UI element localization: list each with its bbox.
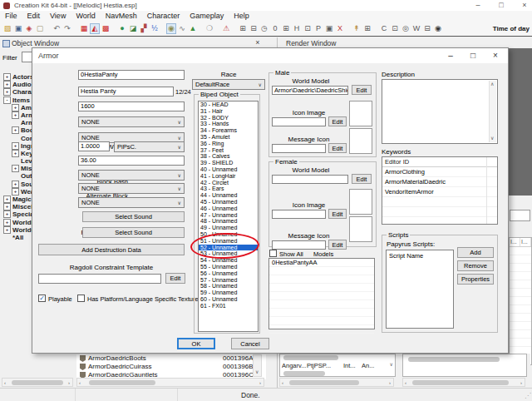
zero-tool-icon[interactable]: 0 <box>270 23 280 34</box>
value-field[interactable]: 1600 <box>78 101 185 111</box>
male-message-edit-button[interactable]: Edit <box>328 143 347 153</box>
enchanting-combo[interactable]: NONE∨ <box>78 116 185 127</box>
app-minimize-button[interactable]: – <box>470 0 485 10</box>
female-message-edit-button[interactable]: Edit <box>328 240 347 250</box>
app-maximize-button[interactable]: □ <box>494 0 509 10</box>
script-properties-button[interactable]: Properties <box>457 274 494 285</box>
male-world-model-field[interactable]: Armor\Daedric\DaedricShield.nif <box>272 86 348 95</box>
object-row-armordaedricboots[interactable]: ArmorDaedricBoots0001396A <box>76 354 266 363</box>
biped-item-58-unnamed[interactable]: 58 - Unnamed <box>199 283 258 290</box>
open-file-icon[interactable]: ▨ <box>2 23 12 34</box>
biped-item-41-longhair[interactable]: 41 - LongHair <box>199 173 258 180</box>
ok-button[interactable]: OK <box>177 338 215 349</box>
window-tool-4-icon[interactable]: ⊡ <box>303 23 313 34</box>
undo-icon[interactable]: ↶ <box>52 23 62 34</box>
p-tool-icon[interactable]: P <box>313 23 323 34</box>
bottom-panel-right-hscrollbar[interactable]: ‹ › <box>402 378 525 387</box>
menu-character[interactable]: Character <box>142 11 185 22</box>
version-control-icon[interactable]: ◈ <box>24 23 34 34</box>
object-window-close-icon[interactable]: × <box>252 38 264 47</box>
pickup-sound-button[interactable]: Select Sound <box>82 211 185 222</box>
object-row-armordaedriccuirass[interactable]: ArmorDaedricCuirass0001396B <box>76 363 266 371</box>
id-field[interactable]: 0HestiaPanty <box>78 70 185 80</box>
window-tool-2-icon[interactable]: ⊟ <box>249 23 259 34</box>
show-all-checkbox[interactable] <box>269 250 277 257</box>
h-tool-icon[interactable]: H <box>292 23 302 34</box>
sound-marker-icon[interactable]: ∿ <box>177 23 187 34</box>
biped-item-43-ears[interactable]: 43 - Ears <box>199 186 258 192</box>
keywords-list[interactable]: Editor ID ArmorClothingArmorMaterialDaed… <box>382 156 498 225</box>
dark-clock-icon[interactable]: ◉ <box>433 23 443 34</box>
dialog-close-button[interactable]: × <box>488 50 503 62</box>
biped-item-34-forearms[interactable]: 34 - Forearms <box>199 127 258 134</box>
biped-item-40-unnamed[interactable]: 40 - Unnamed <box>199 166 258 173</box>
ragdoll-edit-button[interactable]: Edit <box>165 273 185 284</box>
keyword-armorclothing[interactable]: ArmorClothing <box>382 167 497 177</box>
biped-item-47-unnamed[interactable]: 47 - Unnamed <box>199 212 258 219</box>
snap-to-reference-icon[interactable]: ▩ <box>101 23 111 34</box>
biped-item-30-head[interactable]: 30 - HEAD <box>199 101 258 108</box>
object-list-vscrollbar[interactable]: ∨ <box>253 354 262 377</box>
biped-item-57-unnamed[interactable]: 57 - Unnamed <box>199 277 258 284</box>
world-sphere-icon[interactable]: ● <box>117 23 127 34</box>
window-tool-8-icon[interactable]: ⊟ <box>422 23 432 34</box>
biped-item-56-unnamed[interactable]: 56 - Unnamed <box>199 270 258 277</box>
biped-item-61-fx01[interactable]: 61 - FX01 <box>199 303 258 309</box>
redo-icon[interactable]: ↷ <box>62 23 72 34</box>
cancel-button[interactable]: Cancel <box>231 338 269 349</box>
male-world-model-edit-button[interactable]: Edit <box>352 85 372 95</box>
tree-hscrollbar[interactable]: ‹ › <box>2 378 73 387</box>
menu-view[interactable]: View <box>45 11 71 22</box>
biped-item-38-calves[interactable]: 38 - Calves <box>199 153 258 160</box>
menu-file[interactable]: File <box>0 11 22 22</box>
bottom-panel-left-hscrollbar[interactable]: ‹ › <box>279 378 394 387</box>
keyword-vendoritemarmor[interactable]: VendorItemArmor <box>382 187 497 197</box>
biped-item-48-unnamed[interactable]: 48 - Unnamed <box>199 218 258 225</box>
equip-type-combo[interactable]: NONE∨ <box>78 170 185 181</box>
block-bash-combo[interactable]: NONE∨ <box>78 183 185 194</box>
render-viewport[interactable] <box>507 48 532 196</box>
dialog-minimize-button[interactable]: – <box>443 50 458 62</box>
weight-field[interactable]: 1.0000 <box>78 141 110 151</box>
description-scrollbar[interactable]: ∧ ∨ <box>489 81 496 142</box>
heightmap-icon[interactable]: ▞ <box>139 23 149 34</box>
landscape-icon[interactable]: ◪ <box>128 23 138 34</box>
biped-item-46-unnamed[interactable]: 46 - Unnamed <box>199 205 258 212</box>
side-panel-field[interactable] <box>510 210 530 221</box>
scale-half-icon[interactable]: ½ <box>150 23 160 34</box>
male-icon-edit-button[interactable]: Edit <box>328 116 347 126</box>
resize-grip[interactable]: ⋰ <box>525 392 531 399</box>
female-message-icon-field[interactable] <box>272 240 326 250</box>
male-message-icon-field[interactable] <box>272 144 326 153</box>
biped-object-list[interactable]: 30 - HEAD31 - Hair32 - BODY33 - Hands34 … <box>198 101 259 332</box>
save-icon[interactable]: ▣ <box>13 23 23 34</box>
x-tool-icon[interactable]: X <box>335 23 345 34</box>
window-tool-7-icon[interactable]: ⊡ <box>390 23 400 34</box>
light-marker-icon[interactable]: ◉ <box>166 23 176 34</box>
dialogue-bubble-icon[interactable]: ❍ <box>204 23 214 34</box>
dialog-maximize-button[interactable]: □ <box>466 50 480 62</box>
script-add-button[interactable]: Add <box>457 247 494 258</box>
axe-icon[interactable]: ↟ <box>352 23 362 34</box>
platform-textures-checkbox[interactable] <box>77 295 85 302</box>
race-combo[interactable]: DefaultRace∨ <box>192 79 265 90</box>
clock-icon[interactable]: ◷ <box>259 23 269 34</box>
biped-item-55-unnamed[interactable]: 55 - Unnamed <box>199 264 258 270</box>
menu-gameplay[interactable]: Gameplay <box>185 11 229 22</box>
biped-item-35-amulet[interactable]: 35 - Amulet <box>199 134 258 141</box>
snap-to-angle-icon[interactable]: ◭ <box>90 23 100 34</box>
biped-item-37-feet[interactable]: 37 - Feet <box>199 147 258 154</box>
biped-item-59-unnamed[interactable]: 59 - Unnamed <box>199 290 258 296</box>
window-tool-6-icon[interactable]: ⊞ <box>362 23 372 34</box>
female-icon-image-field[interactable] <box>272 210 326 219</box>
keyword-armormaterialdaedric[interactable]: ArmorMaterialDaedric <box>382 177 497 187</box>
window-tool-3-icon[interactable]: ⊞ <box>281 23 291 34</box>
window-tool-1-icon[interactable]: ⊞ <box>238 23 248 34</box>
female-icon-edit-button[interactable]: Edit <box>328 209 347 219</box>
weight-class-combo[interactable]: PiPsC.∨ <box>114 141 185 152</box>
app-close-button[interactable]: × <box>517 0 532 10</box>
male-icon-image-field[interactable] <box>272 117 326 126</box>
menu-navmesh[interactable]: NavMesh <box>101 11 142 22</box>
snap-to-grid-icon[interactable]: ▦ <box>79 23 89 34</box>
c-tool-icon[interactable]: C <box>379 23 389 34</box>
